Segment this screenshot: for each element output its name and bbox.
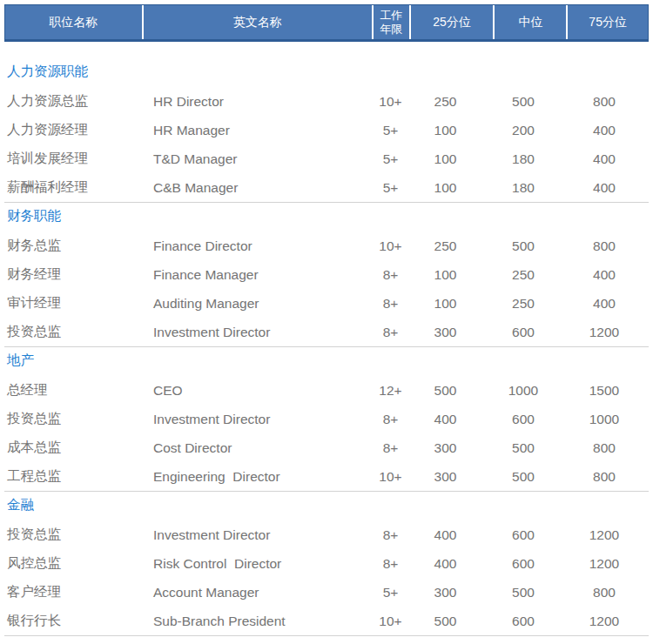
- percentile-25-value: 300: [409, 325, 494, 340]
- position-name-en: Engineering Director: [141, 469, 372, 485]
- position-name-en: HR Director: [141, 94, 372, 110]
- percentile-75-value: 1200: [567, 527, 649, 543]
- position-name-cn: 客户经理: [4, 583, 141, 601]
- percentile-75-value: 1200: [567, 614, 649, 629]
- table-section: 财务职能 财务总监 Finance Director 10+ 250 500 8…: [4, 202, 649, 346]
- section-title: 金融: [4, 496, 649, 513]
- percentile-25-value: 400: [409, 412, 494, 427]
- median-value: 600: [494, 325, 567, 340]
- work-years-value: 10+: [372, 614, 409, 629]
- work-years-value: 10+: [372, 469, 409, 485]
- work-years-value: 5+: [372, 585, 409, 600]
- table-row: 工程总监 Engineering Director 10+ 300 500 80…: [4, 462, 649, 491]
- median-value: 600: [494, 412, 567, 427]
- position-name-en: T&D Manager: [141, 151, 372, 167]
- header-col-percentile-75: 75分位: [566, 5, 648, 39]
- position-name-cn: 薪酬福利经理: [4, 178, 141, 197]
- table-row: 人力资源总监 HR Director 10+ 250 500 800: [4, 87, 649, 116]
- position-name-en: Investment Director: [141, 527, 372, 543]
- percentile-25-value: 300: [409, 469, 494, 485]
- percentile-75-value: 1000: [567, 412, 649, 427]
- table-row: 风控总监 Risk Control Director 8+ 400 600 12…: [4, 549, 649, 578]
- work-years-value: 12+: [372, 383, 409, 399]
- table-row: 银行行长 Sub-Branch President 10+ 500 600 12…: [4, 607, 649, 635]
- position-name-cn: 工程总监: [4, 467, 141, 486]
- percentile-25-value: 400: [409, 527, 494, 543]
- work-years-value: 8+: [372, 296, 409, 312]
- table-row: 总经理 CEO 12+ 500 1000 1500: [4, 376, 649, 405]
- table-body: 人力资源职能 人力资源总监 HR Director 10+ 250 500 80…: [4, 42, 649, 636]
- table-row: 客户经理 Account Manager 5+ 300 500 800: [4, 578, 649, 607]
- percentile-75-value: 400: [567, 267, 649, 283]
- header-col-median: 中位: [493, 5, 566, 39]
- table-section: 地产 总经理 CEO 12+ 500 1000 1500 投资总监 Invest…: [4, 346, 649, 491]
- header-col-work-years: 工作年限: [372, 5, 409, 39]
- percentile-25-value: 500: [409, 614, 494, 629]
- median-value: 500: [494, 440, 567, 456]
- position-name-en: Cost Director: [141, 440, 372, 456]
- median-value: 180: [494, 151, 567, 167]
- header-col-percentile-25: 25分位: [409, 5, 494, 39]
- median-value: 500: [494, 585, 567, 600]
- median-value: 250: [494, 267, 567, 283]
- work-years-value: 8+: [372, 556, 409, 572]
- position-name-cn: 人力资源经理: [4, 121, 141, 139]
- position-name-cn: 投资总监: [4, 323, 141, 341]
- position-name-en: C&B Manager: [141, 180, 372, 196]
- position-name-en: Finance Director: [141, 238, 372, 254]
- table-row: 投资总监 Investment Director 8+ 400 600 1000: [4, 405, 649, 433]
- median-value: 600: [494, 527, 567, 543]
- table-row: 财务总监 Finance Director 10+ 250 500 800: [4, 231, 649, 260]
- percentile-75-value: 1200: [567, 325, 649, 340]
- table-section: 金融 投资总监 Investment Director 8+ 400 600 1…: [4, 491, 649, 636]
- section-rows: 人力资源总监 HR Director 10+ 250 500 800 人力资源经…: [4, 87, 649, 202]
- header-col-english-name: 英文名称: [142, 5, 372, 39]
- table-section: 人力资源职能 人力资源总监 HR Director 10+ 250 500 80…: [4, 42, 649, 202]
- work-years-value: 8+: [372, 267, 409, 283]
- median-value: 600: [494, 556, 567, 572]
- position-name-cn: 投资总监: [4, 526, 141, 544]
- percentile-25-value: 300: [409, 585, 494, 600]
- percentile-75-value: 400: [567, 123, 649, 138]
- percentile-75-value: 800: [567, 238, 649, 254]
- table-row: 审计经理 Auditing Manager 8+ 100 250 400: [4, 289, 649, 318]
- percentile-25-value: 500: [409, 383, 494, 399]
- position-name-cn: 投资总监: [4, 410, 141, 428]
- section-title: 地产: [4, 352, 649, 369]
- work-years-value: 8+: [372, 440, 409, 456]
- percentile-25-value: 300: [409, 440, 494, 456]
- percentile-25-value: 400: [409, 556, 494, 572]
- position-name-cn: 审计经理: [4, 294, 141, 312]
- percentile-75-value: 800: [567, 469, 649, 485]
- position-name-cn: 培训发展经理: [4, 150, 141, 168]
- percentile-75-value: 1500: [567, 383, 649, 399]
- median-value: 250: [494, 296, 567, 312]
- section-rows: 总经理 CEO 12+ 500 1000 1500 投资总监 Investmen…: [4, 376, 649, 491]
- table-row: 投资总监 Investment Director 8+ 400 600 1200: [4, 520, 649, 549]
- position-name-en: Investment Director: [141, 412, 372, 427]
- table-header-row: 职位名称 英文名称 工作年限 25分位 中位 75分位: [4, 4, 649, 42]
- position-name-cn: 风控总监: [4, 554, 141, 573]
- table-row: 投资总监 Investment Director 8+ 300 600 1200: [4, 318, 649, 346]
- percentile-25-value: 100: [409, 123, 494, 138]
- position-name-cn: 总经理: [4, 381, 141, 399]
- section-rows: 财务总监 Finance Director 10+ 250 500 800 财务…: [4, 231, 649, 346]
- median-value: 1000: [494, 383, 567, 399]
- percentile-75-value: 400: [567, 151, 649, 167]
- percentile-75-value: 1200: [567, 556, 649, 572]
- position-name-en: Account Manager: [141, 585, 372, 600]
- percentile-25-value: 250: [409, 94, 494, 110]
- percentile-75-value: 800: [567, 94, 649, 110]
- table-row: 成本总监 Cost Director 8+ 300 500 800: [4, 433, 649, 462]
- position-name-cn: 财务总监: [4, 237, 141, 255]
- position-name-en: CEO: [141, 383, 372, 399]
- percentile-75-value: 400: [567, 180, 649, 196]
- table-row: 人力资源经理 HR Manager 5+ 100 200 400: [4, 116, 649, 144]
- position-name-cn: 财务经理: [4, 265, 141, 284]
- work-years-value: 10+: [372, 238, 409, 254]
- percentile-75-value: 400: [567, 296, 649, 312]
- table-row: 薪酬福利经理 C&B Manager 5+ 100 180 400: [4, 173, 649, 202]
- header-col-position-name: 职位名称: [5, 5, 142, 39]
- table-row: 财务经理 Finance Manager 8+ 100 250 400: [4, 260, 649, 289]
- median-value: 180: [494, 180, 567, 196]
